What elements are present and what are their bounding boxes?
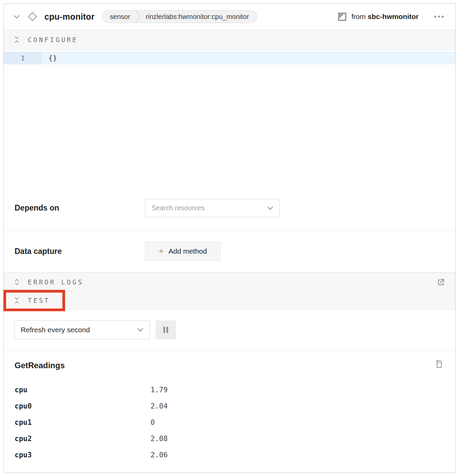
reading-value: 2.06 [151,451,168,459]
open-logs-external-icon[interactable] [436,278,445,286]
editor-active-line[interactable]: 1 {} [4,52,455,64]
resource-config-panel: cpu-monitor sensor rinzlerlabs:hwmonitor… [3,3,456,473]
get-readings-title: GetReadings [15,361,445,370]
reading-key: cpu0 [15,402,151,410]
part-name: sbc-hwmonitor [368,13,419,20]
resource-type-breadcrumb: sensor rinzlerlabs:hwmonitor:cpu_monitor [102,10,257,23]
table-row: cpu1 0 [15,414,445,431]
readings-table: cpu 1.79 cpu0 2.04 cpu1 0 cpu2 2.08 cpu3… [15,382,445,463]
resource-model-label: rinzlerlabs:hwmonitor:cpu_monitor [140,13,257,21]
depends-on-heading: Depends on [15,203,145,213]
expand-section-icon[interactable] [14,278,20,286]
reading-value: 2.04 [151,402,168,410]
copy-readings-icon[interactable] [434,359,444,370]
collapse-section-icon[interactable] [14,297,20,304]
refresh-rate-dropdown[interactable]: Refresh every second [14,320,150,339]
from-part-label: from sbc-hwmonitor [352,13,419,21]
data-capture-section: Data capture + Add method [4,230,455,273]
plus-icon: + [159,246,164,255]
config-json-code[interactable]: {} [42,54,57,62]
configure-section-bar[interactable]: CONFIGURE [4,30,455,50]
resource-header: cpu-monitor sensor rinzlerlabs:hwmonitor… [4,4,455,30]
data-capture-heading: Data capture [15,247,145,256]
more-options-button[interactable] [433,13,445,21]
test-section-bar[interactable]: TEST [4,291,455,310]
reading-value: 1.79 [151,386,168,394]
resource-title: cpu-monitor [44,12,95,22]
machine-part-icon [338,12,347,21]
test-panel: Refresh every second [4,310,455,351]
add-method-button[interactable]: + Add method [145,242,220,261]
refresh-rate-value: Refresh every second [21,326,137,334]
reading-key: cpu2 [15,435,151,443]
table-row: cpu 1.79 [15,382,445,398]
add-method-label: Add method [168,247,207,255]
sensor-component-icon [27,12,38,22]
pause-refresh-button[interactable] [156,320,176,339]
chevron-down-icon [137,328,143,332]
chevron-down-icon [267,206,273,210]
resource-type-label: sensor [102,13,136,21]
config-code-editor[interactable]: 1 {} [4,50,455,186]
get-readings-card: GetReadings cpu 1.79 cpu0 2.04 cpu1 0 cp… [4,351,455,473]
line-number: 1 [4,52,42,64]
pause-icon [163,326,168,333]
reading-key: cpu1 [15,418,151,427]
error-logs-section-bar[interactable]: ERROR LOGS [4,273,455,291]
reading-key: cpu3 [15,451,151,459]
search-resources-placeholder: Search resources [152,204,267,212]
error-logs-section-label: ERROR LOGS [28,278,83,286]
collapse-section-icon[interactable] [14,36,20,43]
test-section-label: TEST [28,297,50,304]
breadcrumb-chevron-icon [136,10,140,23]
search-resources-dropdown[interactable]: Search resources [145,199,280,217]
reading-value: 2.08 [151,435,168,443]
table-row: cpu2 2.08 [15,431,445,447]
reading-value: 0 [151,418,155,427]
table-row: cpu3 2.06 [15,447,445,463]
collapse-chevron-icon[interactable] [13,14,20,19]
depends-on-section: Depends on Search resources [4,186,455,230]
configure-section-label: CONFIGURE [28,36,78,43]
table-row: cpu0 2.04 [15,398,445,414]
reading-key: cpu [15,386,151,394]
